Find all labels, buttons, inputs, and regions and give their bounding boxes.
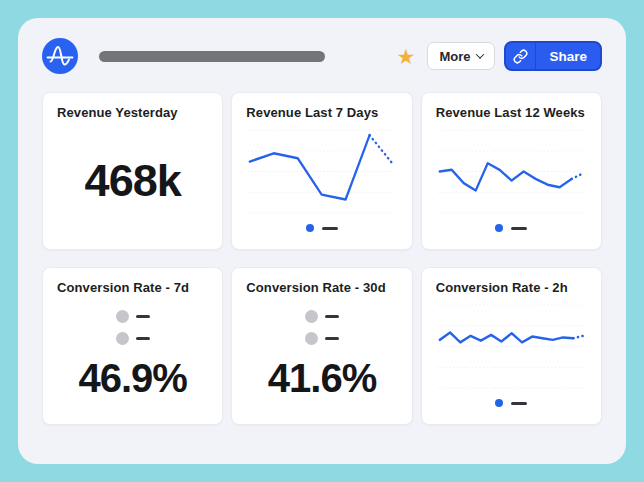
- card-grid: Revenue Yesterday 468k Revenue Last 7 Da…: [42, 92, 602, 425]
- legend-series-dot: [495, 224, 503, 232]
- step-label-placeholder: [325, 315, 339, 318]
- link-icon: [513, 49, 528, 64]
- card-revenue-yesterday[interactable]: Revenue Yesterday 468k: [42, 92, 223, 250]
- metric-value: 46.9%: [78, 356, 186, 401]
- card-title: Revenue Yesterday: [57, 105, 208, 120]
- step-label-placeholder: [136, 337, 150, 340]
- funnel-step-placeholder: [116, 310, 150, 323]
- step-label-placeholder: [325, 337, 339, 340]
- metric-value: 468k: [85, 155, 181, 207]
- funnel-step-placeholder: [305, 310, 339, 323]
- step-dot-icon: [305, 310, 318, 323]
- dashboard-title-placeholder: [99, 51, 325, 62]
- line-chart-svg: [436, 299, 587, 394]
- copy-link-button[interactable]: [506, 43, 536, 69]
- card-revenue-last-7-days[interactable]: Revenue Last 7 Days: [231, 92, 412, 250]
- metric-value: 41.6%: [268, 356, 376, 401]
- chart-legend: [436, 219, 587, 237]
- legend-label-placeholder: [511, 402, 527, 405]
- amplitude-logo[interactable]: [42, 38, 78, 74]
- step-dot-icon: [116, 332, 129, 345]
- big-number-area: 468k: [57, 120, 208, 241]
- line-chart-svg: [246, 124, 397, 219]
- line-chart: [436, 124, 587, 219]
- step-dot-icon: [305, 332, 318, 345]
- more-button[interactable]: More: [427, 42, 495, 70]
- chevron-down-icon: [476, 50, 484, 58]
- card-title: Revenue Last 12 Weeks: [436, 105, 587, 120]
- funnel-summary: 46.9%: [57, 295, 208, 416]
- line-chart-svg: [436, 124, 587, 219]
- card-conversion-rate-7d[interactable]: Conversion Rate - 7d 46.9%: [42, 267, 223, 425]
- funnel-summary: 41.6%: [246, 295, 397, 416]
- legend-label-placeholder: [322, 227, 338, 230]
- legend-series-dot: [495, 399, 503, 407]
- funnel-step-placeholder: [305, 332, 339, 345]
- line-chart: [436, 299, 587, 394]
- header-actions: ★ More Share: [397, 41, 602, 71]
- more-button-label: More: [439, 49, 470, 64]
- legend-series-dot: [306, 224, 314, 232]
- step-dot-icon: [116, 310, 129, 323]
- share-button-label-segment[interactable]: Share: [536, 43, 600, 69]
- share-button-label: Share: [549, 49, 587, 64]
- favorite-star-icon[interactable]: ★: [397, 46, 416, 67]
- dashboard-panel: ★ More Share Revenue Yesterda: [18, 18, 626, 464]
- line-chart: [246, 124, 397, 219]
- funnel-step-placeholder: [116, 332, 150, 345]
- card-title: Conversion Rate - 2h: [436, 280, 587, 295]
- card-title: Conversion Rate - 7d: [57, 280, 208, 295]
- card-title: Revenue Last 7 Days: [246, 105, 397, 120]
- share-button: Share: [504, 41, 602, 71]
- card-conversion-rate-2h[interactable]: Conversion Rate - 2h: [421, 267, 602, 425]
- step-label-placeholder: [136, 315, 150, 318]
- card-conversion-rate-30d[interactable]: Conversion Rate - 30d 41.6%: [231, 267, 412, 425]
- chart-legend: [246, 219, 397, 237]
- card-revenue-last-12-weeks[interactable]: Revenue Last 12 Weeks: [421, 92, 602, 250]
- chart-legend: [436, 394, 587, 412]
- card-title: Conversion Rate - 30d: [246, 280, 397, 295]
- legend-label-placeholder: [511, 227, 527, 230]
- dashboard-header: ★ More Share: [42, 38, 602, 74]
